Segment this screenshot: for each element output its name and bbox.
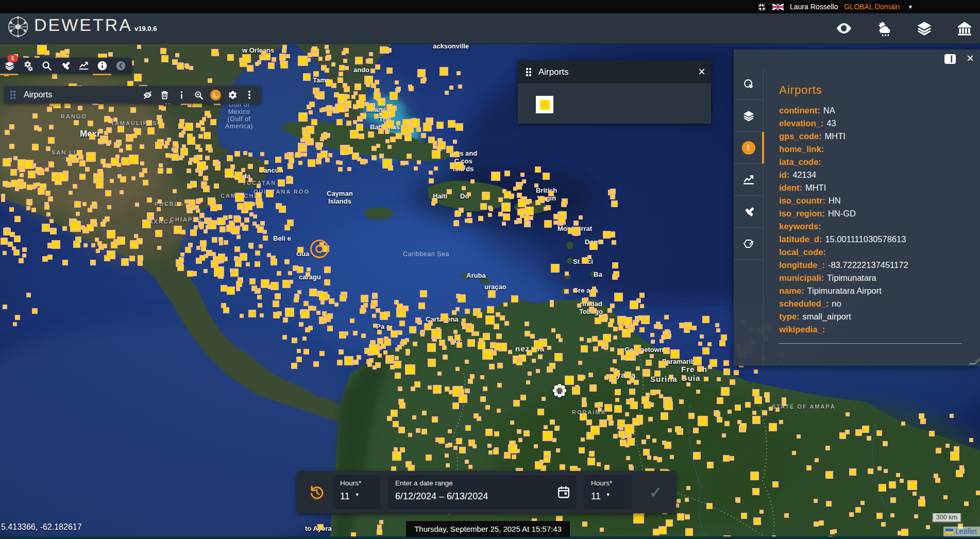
- airport-marker[interactable]: [839, 432, 846, 439]
- hours-selector[interactable]: Hours* 11▼: [333, 475, 381, 509]
- airport-marker[interactable]: [199, 120, 205, 125]
- airport-marker[interactable]: [934, 474, 938, 478]
- airport-marker[interactable]: [317, 524, 324, 530]
- airport-marker[interactable]: [212, 252, 216, 256]
- airport-marker[interactable]: [361, 333, 366, 338]
- airport-marker[interactable]: [255, 62, 259, 66]
- airport-marker[interactable]: [200, 127, 205, 131]
- airport-marker[interactable]: [715, 323, 719, 327]
- airport-marker[interactable]: [27, 184, 32, 190]
- airport-marker[interactable]: [369, 358, 374, 363]
- airport-marker[interactable]: [639, 420, 643, 425]
- hours-value[interactable]: 11: [340, 491, 350, 502]
- airport-marker[interactable]: [383, 350, 387, 355]
- airport-marker[interactable]: [286, 176, 292, 181]
- airport-marker[interactable]: [489, 364, 495, 369]
- airport-marker[interactable]: [492, 350, 497, 356]
- airport-marker[interactable]: [465, 389, 469, 393]
- airport-marker[interactable]: [883, 441, 888, 446]
- airport-marker[interactable]: [414, 381, 420, 388]
- airport-marker[interactable]: [582, 402, 587, 407]
- airport-marker[interactable]: [130, 107, 136, 113]
- airport-marker[interactable]: [194, 225, 198, 229]
- airport-marker[interactable]: [497, 383, 502, 388]
- airport-marker[interactable]: [322, 107, 326, 112]
- close-icon[interactable]: ×: [692, 60, 711, 83]
- airport-marker[interactable]: [551, 264, 560, 273]
- confirm-check-icon[interactable]: ✓: [649, 483, 662, 501]
- airport-marker[interactable]: [436, 122, 444, 129]
- airport-marker[interactable]: [378, 353, 382, 358]
- airport-marker[interactable]: [487, 444, 492, 448]
- airport-marker[interactable]: [868, 468, 873, 474]
- airport-marker[interactable]: [644, 401, 651, 409]
- airport-marker[interactable]: [296, 357, 302, 362]
- airport-marker[interactable]: [437, 138, 443, 143]
- airport-marker[interactable]: [327, 313, 333, 319]
- airport-marker[interactable]: [324, 279, 330, 285]
- airport-marker[interactable]: [26, 206, 30, 210]
- airport-marker[interactable]: [253, 214, 257, 218]
- airport-marker[interactable]: [326, 49, 330, 54]
- airport-marker[interactable]: [264, 160, 268, 164]
- airport-marker[interactable]: [248, 178, 252, 182]
- airport-marker[interactable]: [668, 428, 672, 432]
- airport-marker[interactable]: [340, 295, 346, 301]
- airport-marker[interactable]: [353, 331, 358, 335]
- airport-marker[interactable]: [297, 349, 301, 353]
- airport-marker[interactable]: [543, 431, 553, 441]
- airport-marker[interactable]: [188, 209, 192, 213]
- airport-marker[interactable]: [819, 520, 824, 526]
- airport-marker[interactable]: [149, 216, 153, 220]
- airport-marker[interactable]: [401, 339, 407, 345]
- airport-marker[interactable]: [849, 512, 854, 517]
- airport-marker[interactable]: [379, 520, 383, 524]
- airport-marker[interactable]: [98, 104, 104, 109]
- uk-flag-icon[interactable]: [772, 4, 784, 10]
- airport-marker[interactable]: [603, 231, 611, 239]
- airport-marker[interactable]: [598, 408, 602, 412]
- airport-marker[interactable]: [259, 244, 263, 248]
- airport-marker[interactable]: [514, 220, 518, 224]
- airport-marker[interactable]: [308, 159, 315, 167]
- airport-marker[interactable]: [532, 359, 536, 363]
- airport-marker[interactable]: [235, 193, 244, 202]
- toolbar-chart-icon[interactable]: [74, 58, 93, 74]
- airport-marker[interactable]: [598, 340, 604, 346]
- airport-marker[interactable]: [288, 153, 292, 157]
- airport-marker[interactable]: [364, 348, 370, 354]
- airport-marker[interactable]: [366, 82, 370, 87]
- airport-marker[interactable]: [160, 48, 166, 54]
- airport-marker[interactable]: [235, 260, 242, 267]
- airport-marker[interactable]: [44, 205, 49, 210]
- airport-marker[interactable]: [625, 412, 629, 416]
- airport-marker[interactable]: [22, 247, 27, 252]
- airport-marker[interactable]: [409, 86, 414, 91]
- airport-marker[interactable]: [544, 220, 552, 228]
- airport-marker[interactable]: [675, 426, 681, 432]
- airport-marker[interactable]: [643, 449, 650, 456]
- airport-marker[interactable]: [657, 457, 662, 462]
- airport-marker[interactable]: [421, 133, 426, 138]
- airport-marker[interactable]: [540, 465, 546, 471]
- airport-marker[interactable]: [769, 423, 777, 431]
- airport-marker[interactable]: [396, 121, 400, 125]
- airport-marker[interactable]: [375, 80, 379, 85]
- airport-marker[interactable]: [116, 143, 120, 147]
- airport-marker[interactable]: [185, 247, 191, 253]
- airport-marker[interactable]: [336, 119, 343, 125]
- airport-marker[interactable]: [235, 216, 241, 223]
- airport-marker[interactable]: [95, 238, 99, 242]
- airport-marker[interactable]: [536, 369, 540, 373]
- airport-marker[interactable]: [867, 436, 871, 441]
- airport-marker[interactable]: [280, 61, 288, 69]
- airport-marker[interactable]: [31, 208, 36, 212]
- airport-marker[interactable]: [392, 451, 401, 461]
- airport-marker[interactable]: [87, 224, 94, 231]
- airport-marker[interactable]: [669, 375, 673, 379]
- airport-marker[interactable]: [477, 312, 482, 318]
- airport-marker[interactable]: [324, 266, 331, 273]
- airport-marker[interactable]: [475, 331, 479, 336]
- airport-marker[interactable]: [595, 317, 601, 324]
- airport-marker[interactable]: [303, 73, 311, 81]
